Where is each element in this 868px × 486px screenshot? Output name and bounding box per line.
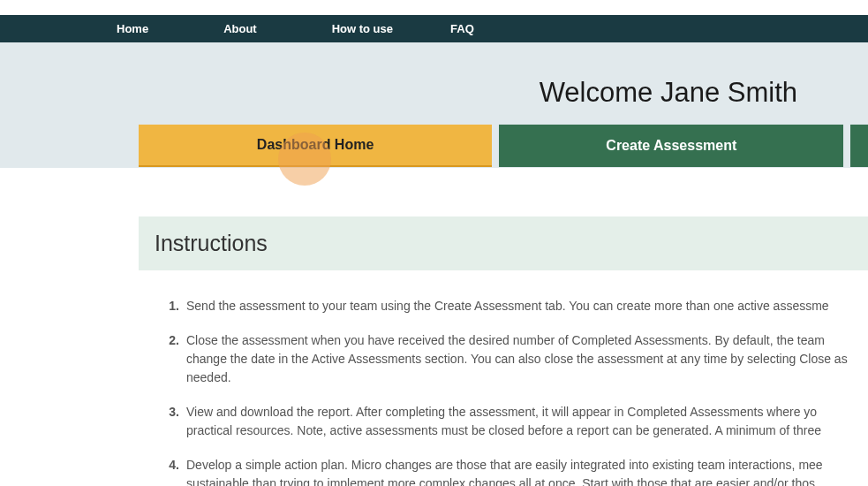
tab-edge[interactable]: [850, 125, 868, 167]
instruction-item-1: 1. Send the assessment to your team usin…: [165, 297, 859, 315]
instruction-item-4: 4. Develop a simple action plan. Micro c…: [165, 456, 859, 486]
content-area: Instructions 1. Send the assessment to y…: [0, 168, 868, 486]
instruction-item-3: 3. View and download the report. After c…: [165, 403, 859, 440]
instruction-number: 4.: [165, 456, 179, 486]
top-bar: [0, 0, 868, 15]
instruction-text: Close the assessment when you have recei…: [186, 331, 859, 387]
instruction-number: 2.: [165, 331, 179, 387]
tabs-container: Dashboard Home Create Assessment: [0, 142, 868, 168]
nav-home[interactable]: Home: [117, 22, 148, 35]
instruction-text: Develop a simple action plan. Micro chan…: [186, 456, 859, 486]
instructions-header: Instructions: [139, 216, 868, 270]
nav-bar: Home About How to use FAQ: [0, 15, 868, 42]
instruction-text: Send the assessment to your team using t…: [186, 297, 859, 315]
nav-faq[interactable]: FAQ: [450, 22, 474, 35]
nav-how-to-use[interactable]: How to use: [332, 22, 393, 35]
instruction-number: 1.: [165, 297, 179, 315]
instructions-body: 1. Send the assessment to your team usin…: [139, 270, 868, 486]
instruction-number: 3.: [165, 403, 179, 440]
instruction-item-2: 2. Close the assessment when you have re…: [165, 331, 859, 387]
instruction-text: View and download the report. After comp…: [186, 403, 859, 440]
nav-about[interactable]: About: [223, 22, 257, 35]
tab-create-assessment[interactable]: Create Assessment: [499, 125, 843, 167]
welcome-text: Welcome Jane Smith: [540, 77, 797, 109]
tab-dashboard-home[interactable]: Dashboard Home: [139, 125, 492, 167]
